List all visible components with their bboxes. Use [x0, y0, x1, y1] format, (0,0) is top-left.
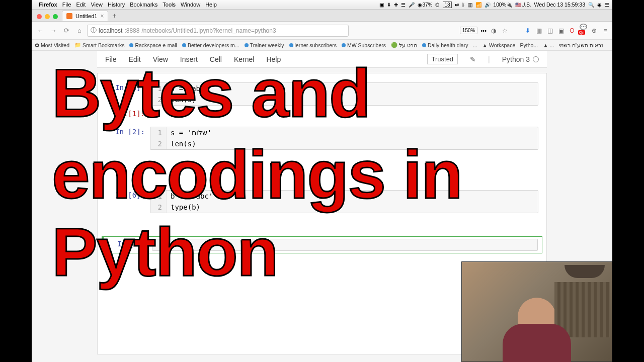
- bookmark-item[interactable]: ▲ ... - נבאות תשע"ח רשמי: [543, 42, 603, 48]
- maximize-window-button[interactable]: [53, 14, 58, 19]
- jupyter-menu-file[interactable]: File: [105, 55, 117, 63]
- containers-icon[interactable]: ▣: [557, 27, 565, 34]
- library-icon[interactable]: ▥: [535, 27, 543, 34]
- forward-button[interactable]: →: [48, 27, 59, 34]
- extension-icon-2[interactable]: ⊕: [590, 27, 598, 34]
- menubar-icon[interactable]: ⌬: [435, 2, 440, 8]
- code-input-area[interactable]: 1b = b'abc' 2type(b): [150, 190, 538, 213]
- sidebar-icon[interactable]: ◫: [546, 27, 554, 34]
- browser-toolbar: ← → ⟳ ⌂ ⓘ localhost:8888/notebooks/Untit…: [32, 22, 612, 40]
- clock[interactable]: Wed Dec 13 15:59:33: [534, 2, 585, 8]
- bookmark-item[interactable]: MW Subscribers: [342, 42, 386, 48]
- bookmark-item[interactable]: Better developers m...: [182, 42, 239, 48]
- jupyter-menu-view[interactable]: View: [153, 55, 168, 63]
- url-host: localhost: [99, 27, 122, 34]
- menu-edit[interactable]: Edit: [76, 2, 86, 8]
- cell-output: 4: [150, 109, 542, 120]
- window-controls: [35, 14, 62, 21]
- code-input-area[interactable]: 1s = 'שלום' 2len(s): [150, 127, 538, 150]
- pillarbox-left: [0, 0, 32, 362]
- output-prompt: Out[1]:: [102, 109, 150, 120]
- bookmark-item[interactable]: Daily health diary - ...: [422, 42, 477, 48]
- opera-icon[interactable]: O: [568, 27, 576, 34]
- menubar-icon[interactable]: ⇄: [455, 2, 459, 8]
- menu-bookmarks[interactable]: Bookmarks: [130, 2, 157, 8]
- bookmarks-toolbar: ✿ Most Visited 📁 Smart Bookmarks Rackspa…: [32, 40, 612, 51]
- jupyter-menu-cell[interactable]: Cell: [210, 55, 222, 63]
- bookmark-item[interactable]: 🟢 מבט על: [391, 42, 417, 48]
- menubar-icon[interactable]: ▥: [468, 2, 472, 8]
- reader-icon[interactable]: ◑: [490, 27, 498, 34]
- spotlight-icon[interactable]: 🔍: [588, 2, 594, 8]
- wifi-icon[interactable]: 📶: [475, 2, 481, 8]
- menubar-icon[interactable]: ▣: [379, 2, 384, 8]
- menu-history[interactable]: History: [108, 2, 125, 8]
- tab-close-icon[interactable]: ×: [100, 13, 104, 20]
- page-actions-icon[interactable]: •••: [480, 28, 487, 34]
- code-cell[interactable]: In [1]: 1s = 'abcd' 2len(s) Out[1]: 4: [102, 80, 542, 122]
- jupyter-menu-edit[interactable]: Edit: [129, 55, 141, 63]
- code-input-area[interactable]: 1: [152, 239, 538, 251]
- menubar-icon[interactable]: ✚: [394, 2, 398, 8]
- jupyter-menu-insert[interactable]: Insert: [180, 55, 198, 63]
- code-cell[interactable]: In [6]: 1b = b'abc' 2type(b): [102, 188, 542, 215]
- code-cell[interactable]: In [2]: 1s = 'שלום' 2len(s): [102, 125, 542, 152]
- minimize-window-button[interactable]: [45, 14, 50, 19]
- home-button[interactable]: ⌂: [74, 27, 85, 34]
- menu-help[interactable]: Help: [205, 2, 217, 8]
- bookmark-item[interactable]: lerner subscribers: [289, 42, 337, 48]
- battery-1-icon[interactable]: ◉ 37%: [418, 2, 432, 8]
- volume-icon[interactable]: 🔊: [485, 2, 491, 8]
- bookmark-item[interactable]: Trainer weekly: [245, 42, 284, 48]
- bookmark-star-icon[interactable]: ☆: [501, 27, 509, 34]
- menubar-icon[interactable]: ☰: [401, 2, 406, 8]
- bookmark-folder[interactable]: 📁 Smart Bookmarks: [74, 42, 124, 48]
- reload-button[interactable]: ⟳: [61, 27, 72, 34]
- back-button[interactable]: ←: [35, 27, 46, 34]
- code-cell-output-fragment: ש: [102, 155, 542, 185]
- info-icon[interactable]: ⓘ: [91, 26, 97, 35]
- notification-center-icon[interactable]: ☰: [605, 2, 609, 8]
- menu-file[interactable]: File: [62, 2, 71, 8]
- kernel-indicator[interactable]: Python 3: [502, 55, 539, 63]
- jupyter-menu-help[interactable]: Help: [266, 55, 281, 63]
- trusted-badge[interactable]: Trusted: [427, 54, 458, 64]
- mic-icon[interactable]: 🎤: [409, 2, 415, 8]
- dropbox-icon[interactable]: ⬇: [387, 2, 391, 8]
- macos-menubar: Firefox File Edit View History Bookmarks…: [32, 0, 612, 10]
- new-tab-button[interactable]: +: [108, 12, 120, 20]
- tab-title: Untitled1: [75, 13, 97, 19]
- input-prompt: In [6]:: [102, 190, 150, 213]
- input-prompt: In [1]:: [102, 82, 150, 106]
- siri-icon[interactable]: ◉: [597, 2, 602, 8]
- hamburger-menu-icon[interactable]: ≡: [601, 27, 609, 34]
- app-name[interactable]: Firefox: [39, 2, 57, 8]
- calendar-icon[interactable]: 13: [443, 2, 451, 8]
- bookmark-item[interactable]: ▲ Workspace - Pytho...: [482, 42, 538, 48]
- zoom-level[interactable]: 150%: [460, 27, 478, 34]
- bookmark-item[interactable]: ✿ Most Visited: [35, 42, 69, 48]
- menu-tools[interactable]: Tools: [163, 2, 176, 8]
- code-input-area[interactable]: 1s = 'abcd' 2len(s): [150, 82, 538, 106]
- menu-window[interactable]: Window: [181, 2, 200, 8]
- input-prompt: In [ ]:: [104, 239, 152, 251]
- jupyter-menu-kernel[interactable]: Kernel: [234, 55, 254, 63]
- webcam-overlay: [461, 261, 612, 362]
- downloads-icon[interactable]: ⬇: [524, 27, 532, 34]
- input-prompt: In [2]:: [102, 127, 150, 150]
- address-bar[interactable]: ⓘ localhost:8888/notebooks/Untitled1.ipy…: [87, 25, 349, 37]
- code-cell-selected[interactable]: In [ ]: 1: [102, 236, 542, 253]
- bookshelf: [554, 282, 610, 337]
- bluetooth-icon[interactable]: ᛒ: [462, 2, 465, 8]
- kernel-idle-icon: [533, 56, 539, 62]
- edit-icon[interactable]: ✎: [470, 55, 476, 63]
- extension-icon[interactable]: 💬Qn: [579, 24, 587, 38]
- bookmark-item[interactable]: Rackspace e-mail: [129, 42, 177, 48]
- battery-2-icon[interactable]: 100% 🔌: [494, 2, 513, 8]
- browser-tab[interactable]: Untitled1 ×: [62, 11, 108, 21]
- close-window-button[interactable]: [37, 14, 42, 19]
- menu-view[interactable]: View: [91, 2, 103, 8]
- pillarbox-right: [612, 0, 644, 362]
- url-port: :8888: [124, 27, 139, 34]
- input-source-flag[interactable]: 🇺🇸 U.S.: [515, 2, 531, 8]
